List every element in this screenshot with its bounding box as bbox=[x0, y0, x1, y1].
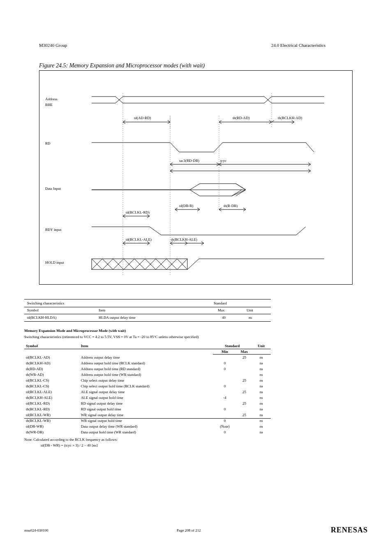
doc-id: M30240 Group bbox=[39, 43, 67, 48]
footer-left: msu024-030100 bbox=[24, 528, 48, 532]
t2-hh-min: Min bbox=[213, 349, 237, 355]
footer-brand: RENESAS bbox=[331, 526, 368, 534]
table-row: td(BCLKL-ALE)ALE signal output delay tim… bbox=[24, 389, 271, 395]
section-title: 24.0 Electrical Characteristics bbox=[271, 43, 325, 48]
table-row: th(RD-AD)Address output hold time (RD st… bbox=[24, 366, 271, 372]
table-row: td(BCLKL-WR)WR signal output delay time2… bbox=[24, 412, 271, 418]
lbl-th-rd-ad: th(RD-AD) bbox=[233, 116, 250, 120]
table-row: td(BCLKL-RD)RD signal output delay time2… bbox=[24, 401, 271, 406]
table-row: th(WR-AD)Address output hold time (WR st… bbox=[24, 372, 271, 378]
lbl-td-bclkl-rd: td(BCLKL-RD) bbox=[126, 210, 150, 214]
table-row: th(BCLKH-AD)Address output hold time (BC… bbox=[24, 360, 271, 366]
lbl-address: Address bbox=[45, 97, 58, 101]
t2-h-std: Standard bbox=[213, 343, 252, 349]
lbl-hold: HOLD input bbox=[45, 260, 64, 265]
lbl-rd: RD bbox=[45, 141, 51, 145]
table-row: th(BCLKL-WR)WR signal output hold time0n… bbox=[24, 418, 271, 424]
t2-h-unit: Unit bbox=[252, 343, 271, 349]
t1-r0-unit: ns bbox=[249, 315, 252, 320]
t2-cond: Switching characteristics (referenced to… bbox=[24, 335, 271, 339]
t1-head-col2: Standard bbox=[214, 301, 227, 305]
t1-sub-max: Max bbox=[218, 308, 225, 312]
formula-0: td(DB - WR) = (tcyc × 3) / 2 − 40 [ns] bbox=[41, 443, 271, 447]
table-row: th(WR-DB)Data output hold time (WR stand… bbox=[24, 429, 271, 435]
table-row: th(BCLKL-RD)RD signal output hold time0n… bbox=[24, 406, 271, 412]
t1-sub-unit: Unit bbox=[247, 308, 253, 312]
t1-r0-item: HLDA output delay time bbox=[99, 315, 136, 320]
table-row: td(DB-WR)Data output delay time (WR stan… bbox=[24, 424, 271, 429]
lbl-bhe: BHE bbox=[45, 103, 53, 107]
t2-note: Note: Calculated according to the BCLK f… bbox=[24, 438, 271, 442]
t2-hh-max: Max bbox=[237, 349, 251, 355]
lbl-td-db-r: td(DB-R) bbox=[179, 204, 194, 208]
footer-page: Page 208 of 212 bbox=[177, 528, 201, 532]
lbl-tac3: tac3(RD-DB) bbox=[179, 159, 199, 163]
switching-table: Symbol Item Standard Unit Min Max td(BCL… bbox=[24, 343, 271, 447]
page: M30240 Group 24.0 Electrical Characteris… bbox=[0, 0, 392, 555]
figure-title: Figure 24.5: Memory Expansion and Microp… bbox=[39, 62, 205, 69]
lbl-rdy: RDY input bbox=[45, 228, 61, 232]
table-row: th(BCLKH-ALE)ALE signal output hold time… bbox=[24, 395, 271, 401]
lbl-th-r-db: th(R-DB) bbox=[224, 204, 238, 208]
lbl-th-bclkh-ale: th(BCLKH-ALE) bbox=[171, 237, 197, 242]
lbl-td-ad-rd: td(AD-RD) bbox=[134, 116, 151, 120]
lbl-td-bclkl-ale: td(BCLKL-ALE) bbox=[126, 237, 152, 242]
t1-r0-max: 40 bbox=[222, 315, 226, 320]
table-row: th(BCLKL-CS)Chip select output hold time… bbox=[24, 383, 271, 389]
t2-title: Memory Expansion Mode and Microprocessor… bbox=[24, 329, 126, 333]
t2-h-sym: Symbol bbox=[24, 343, 79, 349]
t1-sub-item: Item bbox=[99, 308, 106, 312]
table-row: td(BCLKL-CS)Chip select output delay tim… bbox=[24, 378, 271, 383]
t1-sub-sym: Symbol bbox=[27, 308, 39, 312]
lbl-data-in: Data Input bbox=[45, 187, 61, 191]
lbl-th-bclkh-ad: th(BCLKH-AD) bbox=[278, 116, 302, 120]
timing-diagram bbox=[39, 71, 352, 284]
table-row: td(BCLKL-AD)Address output delay time25n… bbox=[24, 355, 271, 361]
lbl-tcyc: tcyc bbox=[220, 159, 226, 163]
t2-h-item: Item bbox=[79, 343, 213, 349]
t1-r0-sym: td(BCLKH-HLDA) bbox=[27, 315, 57, 320]
t1-head-col1: Switching characteristics bbox=[27, 301, 64, 305]
timing-diagram-box: Address BHE RD Data Input RDY input HOLD… bbox=[39, 70, 353, 285]
